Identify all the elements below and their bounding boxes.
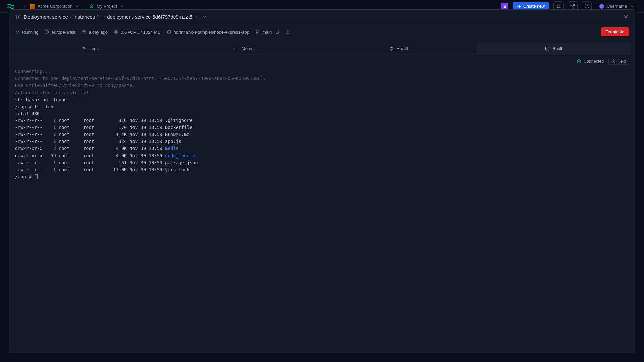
breadcrumb-service[interactable]: Deployment service <box>24 14 68 20</box>
logs-icon <box>82 46 87 51</box>
svg-rect-5 <box>115 31 117 33</box>
meta-row: Running europe-west a day ago 0.5 vCPU /… <box>9 24 635 40</box>
chevron-down-icon <box>75 4 79 8</box>
tab-metrics-label: Metrics <box>241 46 256 51</box>
resources-label: 0.5 vCPU / 1024 MB <box>121 29 161 35</box>
download-icon <box>285 29 290 34</box>
layers-icon <box>15 14 20 19</box>
question-icon <box>611 59 615 63</box>
svg-rect-3 <box>82 31 86 34</box>
instance-dropdown[interactable] <box>202 14 207 19</box>
shell-help-button[interactable]: Help <box>608 58 629 65</box>
bell-icon <box>556 4 561 9</box>
close-icon[interactable] <box>623 14 629 20</box>
org-selector[interactable]: Acme Corporation <box>30 4 79 9</box>
separator: / <box>83 4 85 9</box>
svg-point-6 <box>256 30 257 31</box>
resources-chip: 0.5 vCPU / 1024 MB <box>114 29 161 35</box>
workspace-avatar[interactable]: E <box>501 3 508 10</box>
age-label: a day ago <box>89 29 108 35</box>
branch-label: main <box>262 29 272 35</box>
send-icon <box>570 4 575 9</box>
chevron-down-icon <box>120 4 124 8</box>
create-new-label: Create new <box>523 4 545 9</box>
svg-point-8 <box>258 30 259 31</box>
user-avatar <box>599 4 604 9</box>
region-chip: europe-west <box>44 29 75 35</box>
svg-rect-9 <box>546 47 549 50</box>
cpu-icon <box>114 29 118 34</box>
connection-status: Connected <box>577 59 604 64</box>
status-label: Running <box>22 29 38 35</box>
svg-rect-4 <box>115 31 117 33</box>
plus-icon <box>517 4 521 8</box>
branch-chip[interactable]: main <box>255 29 279 35</box>
health-icon <box>389 46 394 51</box>
separator: / <box>24 4 25 9</box>
username-label: Username <box>607 4 627 9</box>
org-name: Acme Corporation <box>38 4 73 9</box>
status-chip: Running <box>15 29 38 35</box>
logo-icon <box>7 2 15 10</box>
check-circle-icon <box>577 59 581 64</box>
shell-help-label: Help <box>617 59 626 64</box>
repo-label: northflank-examples/node-express-app <box>174 29 249 35</box>
tab-bar: Logs Metrics Health Shell <box>9 40 635 55</box>
separator: / <box>104 14 105 20</box>
tab-health[interactable]: Health <box>322 43 477 54</box>
org-avatar <box>30 4 35 9</box>
tab-logs-label: Logs <box>89 46 99 51</box>
svg-rect-1 <box>197 16 199 18</box>
connection-label: Connected <box>584 59 604 64</box>
modal-header: Deployment service / Instances (1) / dep… <box>9 10 635 24</box>
download-chip[interactable] <box>285 29 290 34</box>
project-icon <box>89 4 94 9</box>
tab-shell[interactable]: Shell <box>477 43 631 54</box>
branch-icon <box>255 29 260 34</box>
terminal-status-bar: Connected Help <box>9 55 635 68</box>
svg-point-7 <box>256 33 257 34</box>
cloud-icon <box>15 29 20 34</box>
project-name: My Project <box>97 4 117 9</box>
calendar-icon <box>82 29 86 34</box>
instances-count: (1) <box>96 14 102 19</box>
age-chip: a day ago <box>82 29 108 35</box>
repo-chip[interactable]: northflank-examples/node-express-app <box>167 29 249 35</box>
external-link-icon[interactable] <box>275 30 279 34</box>
terminal-output[interactable]: Connecting...Connected to pod deployment… <box>9 68 635 353</box>
tab-metrics[interactable]: Metrics <box>168 43 322 54</box>
shell-icon <box>545 46 550 51</box>
breadcrumb-instance-id: deployment-service-5d6f797dc9-nzzt5 <box>107 14 192 20</box>
question-icon <box>584 4 589 9</box>
region-label: europe-west <box>51 29 75 35</box>
instance-modal: Deployment service / Instances (1) / dep… <box>9 9 635 353</box>
chevron-down-icon <box>630 4 634 8</box>
tab-logs[interactable]: Logs <box>13 43 168 54</box>
tab-health-label: Health <box>396 46 409 51</box>
breadcrumb-instances[interactable]: Instances <box>73 14 95 20</box>
copy-icon[interactable] <box>195 14 200 19</box>
globe-icon <box>44 29 49 34</box>
tab-shell-label: Shell <box>552 46 562 51</box>
project-selector[interactable]: My Project <box>89 4 124 9</box>
terminate-button[interactable]: Terminate <box>601 27 629 36</box>
github-icon <box>167 29 171 34</box>
separator: / <box>70 14 71 20</box>
metrics-icon <box>234 46 239 51</box>
